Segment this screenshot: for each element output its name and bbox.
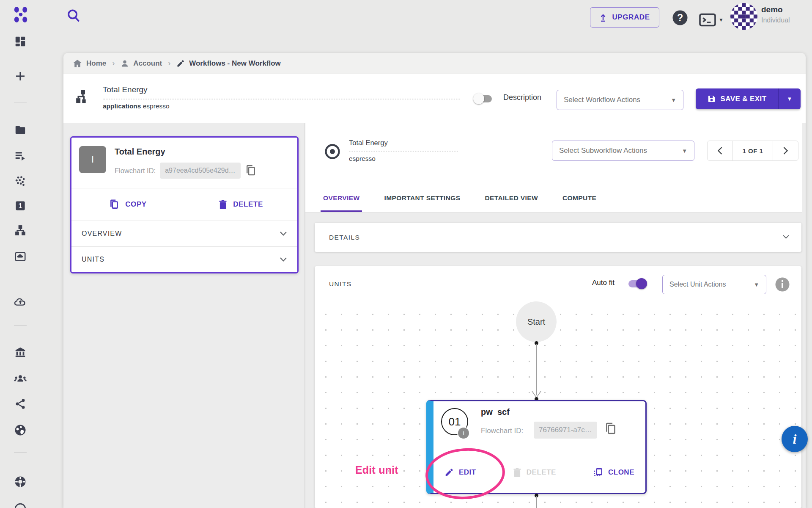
sidebar-item-share[interactable] xyxy=(11,395,30,412)
accordion-units[interactable]: UNITS xyxy=(71,247,297,272)
subworkflow-actions-select[interactable]: Select Subworkflow Actions ▼ xyxy=(552,141,694,161)
radio-selected-icon xyxy=(324,143,341,160)
sidebar-item-create[interactable] xyxy=(11,68,30,85)
info-icon[interactable] xyxy=(775,277,790,292)
upgrade-label: UPGRADE xyxy=(612,13,650,22)
flowchart-id-chip: a97eea4cd505e429d… xyxy=(160,163,240,179)
sidebar-divider xyxy=(14,102,27,103)
help-icon[interactable]: ? xyxy=(672,9,689,26)
pencil-icon xyxy=(444,468,454,477)
annotation-edit-unit: Edit unit xyxy=(355,464,398,476)
unit-actions-select[interactable]: Select Unit Actions ▼ xyxy=(662,275,766,294)
breadcrumb-separator-icon: › xyxy=(112,59,115,68)
app-logo-icon[interactable] xyxy=(12,6,30,24)
chevron-down-icon xyxy=(280,257,287,262)
trash-icon xyxy=(219,199,227,210)
chevron-down-icon[interactable] xyxy=(782,235,790,239)
breadcrumb-separator-icon: › xyxy=(168,59,170,68)
info-fab-button[interactable]: i xyxy=(782,426,808,452)
search-icon[interactable] xyxy=(66,8,82,24)
sidebar-item-workflows[interactable] xyxy=(11,222,30,239)
tab-compute[interactable]: COMPUTE xyxy=(560,185,599,212)
workflow-meta-value: espresso xyxy=(143,102,170,110)
save-options-caret[interactable]: ▼ xyxy=(779,88,801,109)
flowchart-canvas[interactable]: Start 01 I pw_scf Flowchart ID: 767669 xyxy=(315,301,801,508)
subworkflow-pagination: 1 OF 1 xyxy=(707,141,798,161)
workflow-actions-placeholder: Select Workflow Actions xyxy=(564,96,640,104)
pencil-icon xyxy=(176,59,185,68)
clone-label: CLONE xyxy=(608,468,634,477)
accordion-overview[interactable]: OVERVIEW xyxy=(71,221,297,246)
svg-text:?: ? xyxy=(677,12,683,23)
workflow-card-title: Total Energy xyxy=(115,147,290,157)
connector-line xyxy=(536,344,537,395)
console-menu[interactable]: ▼ xyxy=(699,13,724,27)
sidebar-item-images[interactable] xyxy=(11,248,30,265)
unit-flowchart-id-chip: 76766971-a7c… xyxy=(534,422,597,439)
subworkflow-title: Total Energy xyxy=(349,139,388,147)
avatar[interactable] xyxy=(730,3,757,30)
breadcrumb-home[interactable]: Home xyxy=(73,59,106,68)
tab-overview[interactable]: OVERVIEW xyxy=(321,185,362,212)
subworkflow-pane: Total Energy espresso Select Subworkflow… xyxy=(305,123,806,508)
workflow-card[interactable]: I Total Energy Flowchart ID: a97eea4cd50… xyxy=(70,136,299,273)
details-label: DETAILS xyxy=(329,234,360,241)
description-label: Description xyxy=(503,93,541,102)
unit-clone-button[interactable]: CLONE xyxy=(593,467,634,478)
user-plan: Individual xyxy=(761,17,790,24)
unit-delete-button[interactable]: DELETE xyxy=(513,467,556,478)
sidebar-divider xyxy=(14,325,27,326)
workflow-meta: applications espresso xyxy=(103,102,170,110)
sidebar-item-jobs[interactable] xyxy=(11,147,30,164)
delete-workflow-button[interactable]: DELETE xyxy=(184,188,297,221)
save-exit-button[interactable]: SAVE & EXIT ▼ xyxy=(696,88,801,109)
person-icon xyxy=(121,59,129,68)
breadcrumb: Home › Account › Workflows - New Workflo… xyxy=(63,53,806,74)
delete-label: DELETE xyxy=(233,200,263,209)
sidebar-item-public[interactable] xyxy=(11,422,30,439)
tab-detailed-view[interactable]: DETAILED VIEW xyxy=(482,185,540,212)
chevron-down-icon xyxy=(280,231,287,236)
accordion-label: OVERVIEW xyxy=(82,230,122,237)
sidebar-item-organization[interactable] xyxy=(11,344,30,361)
breadcrumb-account[interactable]: Account xyxy=(121,59,162,68)
sidebar-item-team[interactable] xyxy=(11,370,30,387)
unit-type-badge: I xyxy=(457,427,470,439)
copy-label: COPY xyxy=(125,200,147,209)
sidebar-item-materials[interactable] xyxy=(11,173,30,190)
next-page-button[interactable] xyxy=(773,141,798,160)
workflow-meta-key: applications xyxy=(103,102,141,110)
workflow-actions-select[interactable]: Select Workflow Actions ▼ xyxy=(557,90,683,110)
upload-icon xyxy=(599,13,607,22)
autofit-toggle[interactable] xyxy=(628,280,646,287)
sidebar-item-dashboard[interactable] xyxy=(11,33,30,50)
tab-important-settings[interactable]: IMPORTANT SETTINGS xyxy=(381,185,463,212)
upgrade-button[interactable]: UPGRADE xyxy=(590,7,659,28)
unit-edit-button[interactable]: EDIT xyxy=(444,468,476,477)
start-node[interactable]: Start xyxy=(516,301,557,342)
save-icon xyxy=(708,95,716,103)
unit-actions-placeholder: Select Unit Actions xyxy=(669,281,726,288)
copy-workflow-button[interactable]: COPY xyxy=(71,188,184,221)
sidebar-item-more[interactable] xyxy=(11,500,30,508)
flowchart-id-label: Flowchart ID: xyxy=(115,167,156,175)
unit-node-pw-scf[interactable]: 01 I pw_scf Flowchart ID: 76766971-a7c… xyxy=(426,400,647,494)
breadcrumb-current[interactable]: Workflows - New Workflow xyxy=(176,59,281,68)
sidebar-item-files[interactable] xyxy=(11,121,30,138)
prev-page-button[interactable] xyxy=(708,141,733,160)
sidebar-divider xyxy=(14,452,27,453)
home-icon xyxy=(73,59,82,68)
sidebar-item-entities[interactable]: 1 xyxy=(11,197,30,214)
description-toggle[interactable] xyxy=(474,95,492,102)
sidebar-item-support[interactable] xyxy=(11,473,30,490)
divider xyxy=(103,99,460,99)
clone-icon xyxy=(593,467,603,478)
copy-id-icon[interactable] xyxy=(604,422,617,436)
copy-id-icon[interactable] xyxy=(245,164,257,177)
autofit-label: Auto fit xyxy=(592,279,614,287)
sidebar-item-cloud-upload[interactable] xyxy=(11,293,30,310)
breadcrumb-label: Home xyxy=(86,59,106,68)
chevron-down-icon: ▼ xyxy=(671,97,676,103)
details-panel[interactable]: DETAILS xyxy=(315,223,801,252)
divider xyxy=(349,151,458,152)
